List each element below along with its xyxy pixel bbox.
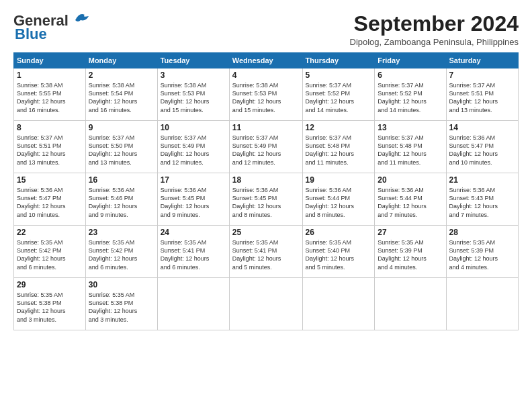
logo: General Blue bbox=[13, 12, 91, 43]
empty-3 bbox=[302, 278, 375, 330]
col-saturday: Saturday bbox=[446, 53, 518, 68]
week-2: 8 Sunrise: 5:37 AMSunset: 5:51 PMDayligh… bbox=[14, 121, 519, 173]
day-9: 9 Sunrise: 5:37 AMSunset: 5:50 PMDayligh… bbox=[85, 121, 157, 173]
week-3: 15 Sunrise: 5:36 AMSunset: 5:47 PMDaylig… bbox=[14, 173, 519, 226]
day-2: 2 Sunrise: 5:38 AMSunset: 5:54 PMDayligh… bbox=[85, 68, 157, 121]
day-5: 5 Sunrise: 5:37 AMSunset: 5:52 PMDayligh… bbox=[302, 68, 375, 121]
empty-5 bbox=[446, 278, 518, 330]
page: General Blue September 2024 Dipolog, Zam… bbox=[0, 0, 532, 337]
day-25: 25 Sunrise: 5:35 AMSunset: 5:41 PMDaylig… bbox=[229, 226, 302, 278]
day-24: 24 Sunrise: 5:35 AMSunset: 5:41 PMDaylig… bbox=[157, 226, 229, 278]
day-6: 6 Sunrise: 5:37 AMSunset: 5:52 PMDayligh… bbox=[375, 68, 446, 121]
day-3: 3 Sunrise: 5:38 AMSunset: 5:53 PMDayligh… bbox=[157, 68, 229, 121]
day-20: 20 Sunrise: 5:36 AMSunset: 5:44 PMDaylig… bbox=[375, 173, 446, 226]
day-14: 14 Sunrise: 5:36 AMSunset: 5:47 PMDaylig… bbox=[446, 121, 518, 173]
col-wednesday: Wednesday bbox=[229, 53, 302, 68]
day-29: 29 Sunrise: 5:35 AMSunset: 5:38 PMDaylig… bbox=[14, 278, 86, 330]
week-1: 1 Sunrise: 5:38 AMSunset: 5:55 PMDayligh… bbox=[14, 68, 519, 121]
day-13: 13 Sunrise: 5:37 AMSunset: 5:48 PMDaylig… bbox=[375, 121, 446, 173]
col-thursday: Thursday bbox=[302, 53, 375, 68]
week-5: 29 Sunrise: 5:35 AMSunset: 5:38 PMDaylig… bbox=[14, 278, 519, 330]
col-friday: Friday bbox=[375, 53, 446, 68]
subtitle: Dipolog, Zamboanga Peninsula, Philippine… bbox=[350, 37, 519, 47]
day-8: 8 Sunrise: 5:37 AMSunset: 5:51 PMDayligh… bbox=[14, 121, 86, 173]
day-12: 12 Sunrise: 5:37 AMSunset: 5:48 PMDaylig… bbox=[302, 121, 375, 173]
day-19: 19 Sunrise: 5:36 AMSunset: 5:44 PMDaylig… bbox=[302, 173, 375, 226]
week-4: 22 Sunrise: 5:35 AMSunset: 5:42 PMDaylig… bbox=[14, 226, 519, 278]
col-sunday: Sunday bbox=[14, 53, 86, 68]
col-tuesday: Tuesday bbox=[157, 53, 229, 68]
month-title: September 2024 bbox=[350, 12, 519, 36]
day-28: 28 Sunrise: 5:35 AMSunset: 5:39 PMDaylig… bbox=[446, 226, 518, 278]
day-1: 1 Sunrise: 5:38 AMSunset: 5:55 PMDayligh… bbox=[14, 68, 86, 121]
day-17: 17 Sunrise: 5:36 AMSunset: 5:45 PMDaylig… bbox=[157, 173, 229, 226]
empty-2 bbox=[229, 278, 302, 330]
header-row: Sunday Monday Tuesday Wednesday Thursday… bbox=[14, 53, 519, 68]
col-monday: Monday bbox=[85, 53, 157, 68]
day-18: 18 Sunrise: 5:36 AMSunset: 5:45 PMDaylig… bbox=[229, 173, 302, 226]
day-23: 23 Sunrise: 5:35 AMSunset: 5:42 PMDaylig… bbox=[85, 226, 157, 278]
day-27: 27 Sunrise: 5:35 AMSunset: 5:39 PMDaylig… bbox=[375, 226, 446, 278]
header: General Blue September 2024 Dipolog, Zam… bbox=[13, 12, 519, 47]
day-11: 11 Sunrise: 5:37 AMSunset: 5:49 PMDaylig… bbox=[229, 121, 302, 173]
day-22: 22 Sunrise: 5:35 AMSunset: 5:42 PMDaylig… bbox=[14, 226, 86, 278]
day-10: 10 Sunrise: 5:37 AMSunset: 5:49 PMDaylig… bbox=[157, 121, 229, 173]
title-area: September 2024 Dipolog, Zamboanga Penins… bbox=[350, 12, 519, 47]
logo-bird-icon bbox=[70, 11, 91, 26]
empty-4 bbox=[375, 278, 446, 330]
day-21: 21 Sunrise: 5:36 AMSunset: 5:43 PMDaylig… bbox=[446, 173, 518, 226]
day-26: 26 Sunrise: 5:35 AMSunset: 5:40 PMDaylig… bbox=[302, 226, 375, 278]
logo-blue: Blue bbox=[15, 26, 47, 43]
day-4: 4 Sunrise: 5:38 AMSunset: 5:53 PMDayligh… bbox=[229, 68, 302, 121]
day-7: 7 Sunrise: 5:37 AMSunset: 5:51 PMDayligh… bbox=[446, 68, 518, 121]
day-16: 16 Sunrise: 5:36 AMSunset: 5:46 PMDaylig… bbox=[85, 173, 157, 226]
day-15: 15 Sunrise: 5:36 AMSunset: 5:47 PMDaylig… bbox=[14, 173, 86, 226]
empty-1 bbox=[157, 278, 229, 330]
calendar-table: Sunday Monday Tuesday Wednesday Thursday… bbox=[13, 52, 519, 330]
day-30: 30 Sunrise: 5:35 AMSunset: 5:38 PMDaylig… bbox=[85, 278, 157, 330]
